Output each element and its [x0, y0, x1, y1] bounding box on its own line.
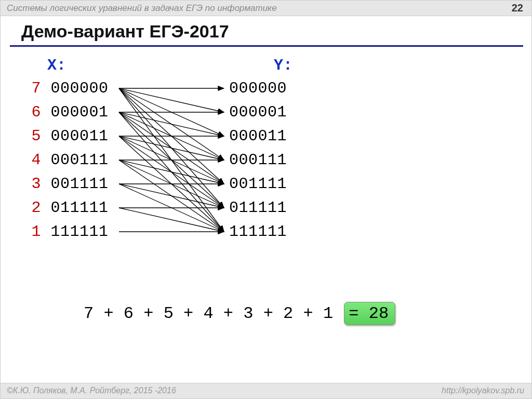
- x-value: 001111: [51, 175, 109, 193]
- arrow: [119, 88, 224, 160]
- arrow: [119, 208, 224, 232]
- x-row: 2 011111: [26, 199, 109, 217]
- row-count: 1: [26, 223, 41, 241]
- y-value: 000011: [229, 127, 287, 145]
- y-value: 000111: [229, 151, 287, 169]
- arrow: [119, 160, 224, 184]
- arrow: [119, 136, 224, 184]
- arrow: [119, 160, 224, 232]
- y-value: 001111: [229, 175, 287, 193]
- slide-title: Демо-вариант ЕГЭ-2017: [21, 21, 229, 42]
- arrow: [119, 88, 224, 232]
- footer-url: http://kpolyakov.spb.ru: [442, 386, 524, 395]
- footer-bar: ©К.Ю. Поляков, М.А. Ройтберг, 2015 -2016…: [1, 383, 531, 398]
- slide: Системы логических уравнений в задачах Е…: [0, 0, 532, 399]
- x-row: 7 000000: [26, 79, 109, 97]
- y-value: 000001: [229, 103, 287, 121]
- x-row: 5 000011: [26, 127, 109, 145]
- row-count: 5: [26, 127, 41, 145]
- row-count: 7: [26, 79, 41, 97]
- row-count: 4: [26, 151, 41, 169]
- arrow: [119, 136, 224, 232]
- row-count: 2: [26, 199, 41, 217]
- y-row: 000000: [229, 79, 287, 97]
- x-row: 3 001111: [26, 175, 109, 193]
- x-value: 000111: [51, 151, 109, 169]
- arrow: [119, 112, 224, 160]
- y-column-label: Y:: [274, 57, 292, 74]
- y-row: 111111: [229, 223, 287, 241]
- x-row: 4 000111: [26, 151, 109, 169]
- y-row: 000001: [229, 103, 287, 121]
- arrow: [119, 136, 224, 160]
- arrow: [119, 112, 224, 184]
- header-title: Системы логических уравнений в задачах Е…: [7, 3, 277, 13]
- x-column-label: X:: [47, 57, 66, 74]
- x-value: 000011: [51, 127, 109, 145]
- x-value: 000001: [51, 103, 109, 121]
- header-bar: Системы логических уравнений в задачах Е…: [1, 1, 531, 16]
- arrow: [119, 88, 224, 136]
- y-value: 111111: [229, 223, 287, 241]
- arrow: [119, 112, 224, 208]
- arrow: [119, 88, 224, 112]
- arrow: [119, 88, 224, 184]
- arrow: [119, 184, 224, 232]
- y-row: 000011: [229, 127, 287, 145]
- y-row: 000111: [229, 151, 287, 169]
- y-value: 000000: [229, 79, 287, 97]
- title-rule: [10, 45, 523, 47]
- row-count: 3: [26, 175, 41, 193]
- page-number: 22: [512, 2, 523, 14]
- y-value: 011111: [229, 199, 287, 217]
- x-value: 000000: [51, 79, 109, 97]
- sum-line: 7 + 6 + 5 + 4 + 3 + 2 + 1 = 28: [84, 302, 395, 325]
- content-area: X: Y: 7 0000000000006 0000010000015 0000…: [1, 52, 532, 343]
- x-value: 111111: [51, 223, 109, 241]
- x-row: 6 000001: [26, 103, 109, 121]
- arrow: [119, 184, 224, 208]
- arrow: [119, 112, 224, 232]
- x-row: 1 111111: [26, 223, 109, 241]
- y-row: 011111: [229, 199, 287, 217]
- x-value: 011111: [51, 199, 109, 217]
- sum-result: = 28: [344, 302, 395, 325]
- footer-copyright: ©К.Ю. Поляков, М.А. Ройтберг, 2015 -2016: [7, 386, 176, 395]
- y-row: 001111: [229, 175, 287, 193]
- row-count: 6: [26, 103, 41, 121]
- arrow: [119, 112, 224, 136]
- arrow: [119, 160, 224, 208]
- arrow: [119, 136, 224, 208]
- sum-expression: 7 + 6 + 5 + 4 + 3 + 2 + 1: [84, 304, 333, 323]
- arrow: [119, 88, 224, 208]
